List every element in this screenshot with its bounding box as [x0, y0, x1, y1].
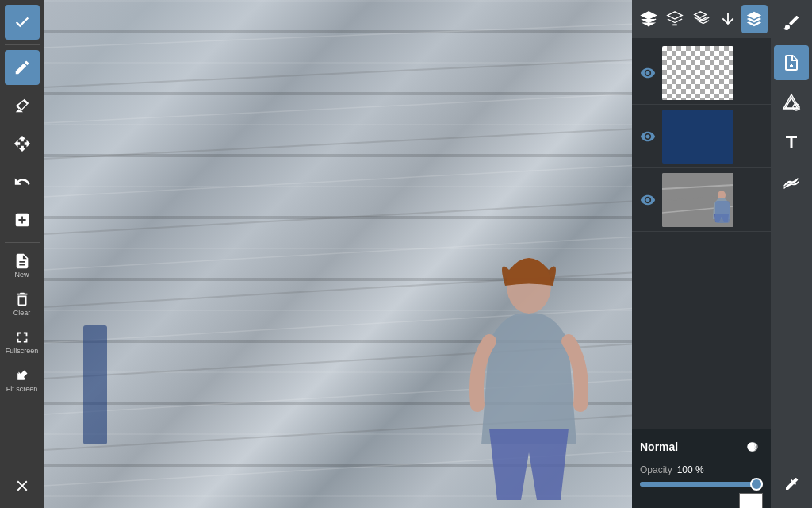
tool-fitscreen-label: Fit screen	[6, 385, 38, 393]
layer-visibility-2[interactable]	[637, 129, 659, 144]
far-right-brush-btn[interactable]	[774, 6, 809, 40]
opacity-label: Opacity	[640, 464, 672, 475]
opacity-value: 100 %	[677, 464, 704, 475]
layer-item-3[interactable]	[632, 168, 771, 232]
tool-clear[interactable]: Clear	[5, 286, 40, 321]
left-toolbar: New Clear Fullscreen Fit screen	[0, 0, 44, 508]
far-right-text-btn[interactable]	[774, 125, 809, 160]
duplicate-layer-btn[interactable]	[688, 5, 714, 33]
layer-item-2[interactable]	[632, 105, 771, 168]
tool-eraser[interactable]	[5, 88, 40, 123]
layer-thumb-2	[662, 110, 733, 164]
tool-move[interactable]	[5, 126, 40, 161]
layer-visibility-3[interactable]	[637, 192, 659, 208]
far-right-newdoc-btn[interactable]	[774, 45, 809, 80]
tool-new[interactable]: New	[5, 248, 40, 283]
tool-undo[interactable]	[5, 164, 40, 199]
layers-toolbar	[632, 0, 771, 38]
canvas-background	[44, 0, 632, 508]
tool-fullscreen-label: Fullscreen	[6, 347, 39, 355]
layers-list	[632, 38, 771, 429]
layer-item-1[interactable]	[632, 41, 771, 105]
layer-visibility-1[interactable]	[637, 65, 659, 81]
far-right-eyedropper-btn[interactable]	[774, 468, 809, 502]
far-right-toolbar	[771, 0, 812, 508]
add-layer-btn[interactable]	[635, 5, 661, 33]
tool-fullscreen[interactable]: Fullscreen	[5, 324, 40, 359]
svg-line-1	[44, 60, 632, 87]
blue-overlay-hint	[83, 325, 107, 444]
tool-new-label: New	[14, 271, 29, 279]
tool-fitscreen[interactable]: Fit screen	[5, 362, 40, 397]
tool-add[interactable]	[5, 202, 40, 237]
far-right-shape-btn[interactable]	[774, 85, 809, 120]
tool-clear-label: Clear	[13, 309, 31, 317]
tool-confirm[interactable]	[5, 5, 40, 40]
tool-close[interactable]	[5, 468, 40, 503]
blend-mode-value: Normal	[640, 441, 678, 453]
svg-line-0	[44, 24, 632, 48]
tool-brush[interactable]	[5, 50, 40, 85]
blend-mode-row: Normal	[640, 436, 763, 458]
opacity-slider-thumb[interactable]	[750, 478, 763, 491]
canvas-area[interactable]	[44, 0, 632, 508]
person-subject	[450, 238, 608, 508]
svg-line-2	[44, 94, 632, 123]
opacity-slider[interactable]	[640, 482, 763, 487]
svg-line-3	[44, 129, 632, 159]
far-right-smudge-btn[interactable]	[774, 164, 809, 199]
blend-panel: Normal Opacity 100 %	[632, 429, 771, 508]
svg-line-5	[44, 201, 632, 234]
right-panel: Normal Opacity 100 %	[632, 0, 771, 508]
opacity-row: Opacity 100 %	[640, 464, 763, 475]
color-swatch[interactable]	[739, 493, 763, 508]
move-layer-down-btn[interactable]	[714, 5, 741, 33]
layer-thumb-3	[662, 173, 733, 227]
svg-line-4	[44, 165, 632, 197]
layers-panel-btn[interactable]	[741, 5, 768, 33]
opacity-slider-fill	[640, 482, 763, 487]
remove-layer-btn[interactable]	[661, 5, 688, 33]
blend-mode-icon[interactable]	[741, 436, 763, 458]
layer-thumb-1	[662, 46, 733, 100]
